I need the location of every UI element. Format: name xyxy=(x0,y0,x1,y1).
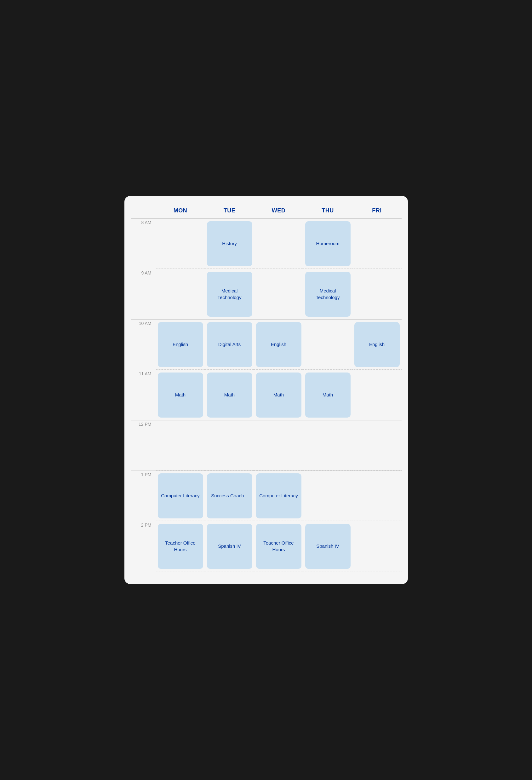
day-header-mon: MON xyxy=(156,205,205,216)
time-row-10-am: 10 AMEnglishDigital ArtsEnglishEnglish xyxy=(131,319,402,370)
time-row-8-am: 8 AMHistoryHomeroom xyxy=(131,218,402,269)
class-block[interactable]: English xyxy=(354,322,400,367)
slot-12-pm-mon xyxy=(156,420,205,471)
slot-12-pm-fri xyxy=(353,420,402,471)
slot-12-pm-wed xyxy=(254,420,303,471)
empty-slot xyxy=(354,423,400,454)
time-label: 10 AM xyxy=(131,319,156,370)
time-label: 12 PM xyxy=(131,420,156,471)
empty-slot xyxy=(305,423,351,454)
slot-11-am-fri xyxy=(353,370,402,420)
slot-9-am-tue: Medical Technology xyxy=(205,269,254,319)
day-header-tue: TUE xyxy=(205,205,254,216)
slot-8-am-thu: Homeroom xyxy=(303,218,353,269)
slot-11-am-wed: Math xyxy=(254,370,303,420)
slot-8-am-tue: History xyxy=(205,218,254,269)
class-block[interactable]: Teacher Office Hours xyxy=(256,524,302,569)
schedule-body: 8 AMHistoryHomeroom9 AMMedical Technolog… xyxy=(131,218,402,571)
slot-10-am-thu xyxy=(303,319,353,370)
slot-2-pm-thu: Spanish IV xyxy=(303,521,353,571)
slot-1-pm-tue: Success Coach... xyxy=(205,471,254,521)
slot-10-am-wed: English xyxy=(254,319,303,370)
slot-12-pm-thu xyxy=(303,420,353,471)
time-row-11-am: 11 AMMathMathMathMath xyxy=(131,370,402,420)
class-block[interactable]: Computer Literacy xyxy=(158,473,203,519)
empty-slot xyxy=(158,221,203,253)
time-label: 8 AM xyxy=(131,218,156,269)
time-row-1-pm: 1 PMComputer LiteracySuccess Coach...Com… xyxy=(131,471,402,521)
slot-8-am-mon xyxy=(156,218,205,269)
slot-10-am-mon: English xyxy=(156,319,205,370)
class-block[interactable]: Spanish IV xyxy=(305,524,351,569)
class-block[interactable]: History xyxy=(207,221,252,266)
slot-12-pm-tue xyxy=(205,420,254,471)
slot-8-am-fri xyxy=(353,218,402,269)
empty-slot xyxy=(207,423,252,454)
slot-1-pm-wed: Computer Literacy xyxy=(254,471,303,521)
empty-slot xyxy=(256,423,302,454)
slot-2-pm-wed: Teacher Office Hours xyxy=(254,521,303,571)
class-block[interactable]: Computer Literacy xyxy=(256,473,302,519)
slot-11-am-mon: Math xyxy=(156,370,205,420)
class-block[interactable]: Teacher Office Hours xyxy=(158,524,203,569)
slot-9-am-thu: Medical Technology xyxy=(303,269,353,319)
slot-9-am-fri xyxy=(353,269,402,319)
empty-slot xyxy=(256,272,302,303)
header-spacer xyxy=(131,205,156,216)
empty-slot xyxy=(354,473,400,505)
time-row-9-am: 9 AMMedical TechnologyMedical Technology xyxy=(131,269,402,319)
slot-2-pm-tue: Spanish IV xyxy=(205,521,254,571)
class-block[interactable]: Medical Technology xyxy=(207,272,252,317)
day-header-wed: WED xyxy=(254,205,303,216)
time-label: 2 PM xyxy=(131,521,156,571)
class-block[interactable]: Digital Arts xyxy=(207,322,252,367)
slot-9-am-mon xyxy=(156,269,205,319)
empty-slot xyxy=(158,272,203,303)
day-header-fri: FRI xyxy=(353,205,402,216)
slot-1-pm-mon: Computer Literacy xyxy=(156,471,205,521)
day-header-thu: THU xyxy=(303,205,353,216)
class-block[interactable]: Medical Technology xyxy=(305,272,351,317)
empty-slot xyxy=(158,423,203,454)
class-block[interactable]: Success Coach... xyxy=(207,473,252,519)
time-label: 9 AM xyxy=(131,269,156,319)
empty-slot xyxy=(354,524,400,555)
empty-slot xyxy=(354,272,400,303)
slot-1-pm-thu xyxy=(303,471,353,521)
empty-slot xyxy=(305,473,351,505)
empty-slot xyxy=(305,322,351,354)
slot-11-am-tue: Math xyxy=(205,370,254,420)
header-row: MONTUEWEDTHUFRI xyxy=(131,205,402,216)
class-block[interactable]: Homeroom xyxy=(305,221,351,266)
time-label: 11 AM xyxy=(131,370,156,420)
time-row-2-pm: 2 PMTeacher Office HoursSpanish IVTeache… xyxy=(131,521,402,571)
class-block[interactable]: Spanish IV xyxy=(207,524,252,569)
class-block[interactable]: Math xyxy=(305,373,351,418)
slot-2-pm-mon: Teacher Office Hours xyxy=(156,521,205,571)
empty-slot xyxy=(354,373,400,404)
class-block[interactable]: Math xyxy=(158,373,203,418)
calendar-container: MONTUEWEDTHUFRI 8 AMHistoryHomeroom9 AMM… xyxy=(124,196,408,584)
class-block[interactable]: Math xyxy=(207,373,252,418)
slot-2-pm-fri xyxy=(353,521,402,571)
slot-1-pm-fri xyxy=(353,471,402,521)
slot-11-am-thu: Math xyxy=(303,370,353,420)
time-label: 1 PM xyxy=(131,471,156,521)
class-block[interactable]: English xyxy=(158,322,203,367)
empty-slot xyxy=(256,221,302,253)
class-block[interactable]: Math xyxy=(256,373,302,418)
slot-10-am-tue: Digital Arts xyxy=(205,319,254,370)
slot-10-am-fri: English xyxy=(353,319,402,370)
time-row-12-pm: 12 PM xyxy=(131,420,402,471)
slot-8-am-wed xyxy=(254,218,303,269)
empty-slot xyxy=(354,221,400,253)
class-block[interactable]: English xyxy=(256,322,302,367)
slot-9-am-wed xyxy=(254,269,303,319)
